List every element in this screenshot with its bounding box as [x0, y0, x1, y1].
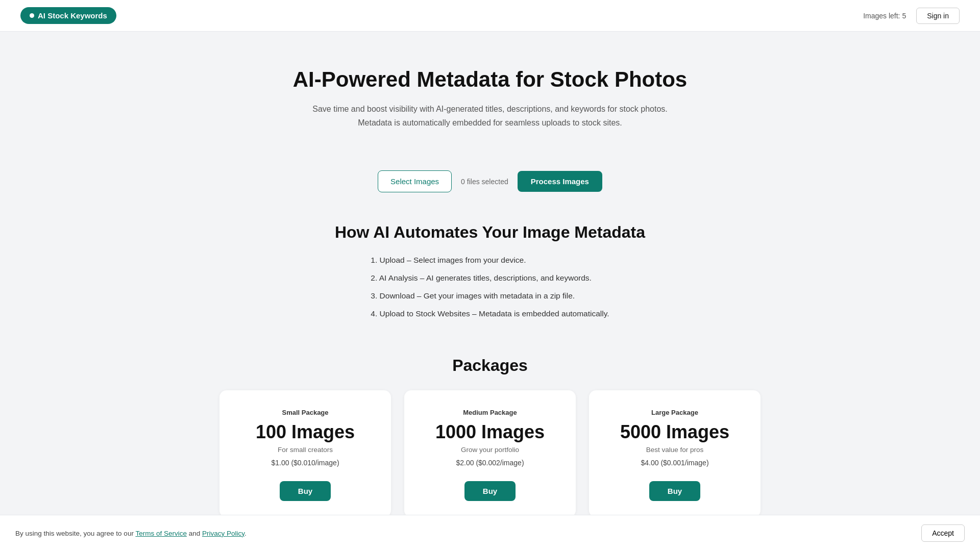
navbar: AI Stock Keywords Images left: 5 Sign in: [0, 0, 980, 32]
how-title: How AI Automates Your Image Metadata: [322, 223, 658, 242]
package-images-0: 100 Images: [256, 421, 355, 443]
package-label-0: Small Package: [282, 409, 328, 416]
actions-row: Select Images 0 files selected Process I…: [0, 170, 980, 192]
package-card: Small Package 100 Images For small creat…: [219, 390, 391, 517]
sign-in-button[interactable]: Sign in: [916, 8, 960, 24]
step-item: 3. Download – Get your images with metad…: [371, 290, 609, 303]
buy-button-1[interactable]: Buy: [464, 481, 516, 501]
hero-subtitle-line1: Save time and boost visibility with AI-g…: [312, 105, 667, 113]
files-selected-text: 0 files selected: [461, 178, 508, 186]
logo-dot-icon: [30, 13, 34, 18]
package-price-1: $2.00 ($0.002/image): [456, 459, 524, 467]
hero-subtitle: Save time and boost visibility with AI-g…: [271, 102, 709, 130]
hero-title: AI-Powered Metadata for Stock Photos: [271, 67, 709, 92]
process-images-button[interactable]: Process Images: [518, 171, 602, 192]
cookie-text-after: .: [244, 530, 247, 537]
hero-subtitle-line2: Metadata is automatically embedded for s…: [358, 118, 622, 127]
package-desc-1: Grow your portfolio: [461, 446, 519, 454]
buy-button-2[interactable]: Buy: [649, 481, 700, 501]
hero-section: AI-Powered Metadata for Stock Photos Sav…: [260, 32, 720, 150]
packages-grid: Small Package 100 Images For small creat…: [219, 390, 761, 517]
package-desc-2: Best value for pros: [646, 446, 704, 454]
package-images-1: 1000 Images: [435, 421, 545, 443]
buy-button-0[interactable]: Buy: [280, 481, 331, 501]
nav-right: Images left: 5 Sign in: [863, 8, 960, 24]
privacy-policy-link[interactable]: Privacy Policy: [202, 530, 244, 537]
cookie-text-between: and: [187, 530, 202, 537]
steps-list: 1. Upload – Select images from your devi…: [371, 254, 609, 325]
logo-label: AI Stock Keywords: [38, 11, 107, 20]
images-left-text: Images left: 5: [863, 12, 906, 20]
package-desc-0: For small creators: [278, 446, 333, 454]
step-item: 1. Upload – Select images from your devi…: [371, 254, 609, 267]
step-item: 4. Upload to Stock Websites – Metadata i…: [371, 308, 609, 320]
logo-badge: AI Stock Keywords: [20, 7, 116, 24]
package-card: Medium Package 1000 Images Grow your por…: [404, 390, 576, 517]
cookie-banner: By using this website, you agree to our …: [0, 515, 980, 551]
package-images-2: 5000 Images: [620, 421, 729, 443]
package-price-0: $1.00 ($0.010/image): [271, 459, 339, 467]
accept-button[interactable]: Accept: [921, 524, 965, 542]
package-label-2: Large Package: [651, 409, 698, 416]
cookie-text: By using this website, you agree to our …: [15, 530, 247, 537]
cookie-text-before: By using this website, you agree to our: [15, 530, 135, 537]
package-price-2: $4.00 ($0.001/image): [641, 459, 708, 467]
package-card: Large Package 5000 Images Best value for…: [589, 390, 761, 517]
select-images-button[interactable]: Select Images: [378, 170, 452, 192]
terms-of-service-link[interactable]: Terms of Service: [135, 530, 187, 537]
how-section: How AI Automates Your Image Metadata 1. …: [311, 223, 669, 325]
package-label-1: Medium Package: [463, 409, 517, 416]
step-item: 2. AI Analysis – AI generates titles, de…: [371, 272, 609, 285]
packages-title: Packages: [219, 356, 761, 375]
